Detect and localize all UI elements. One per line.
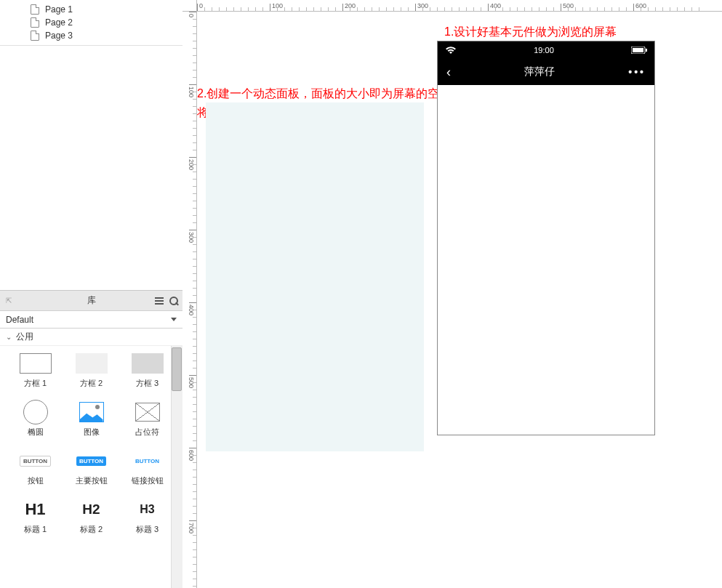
h2-icon: H2	[82, 502, 100, 517]
widget-label: 标题 3	[136, 524, 159, 535]
canvas: 0100200300400500600 01002003004005006007…	[182, 0, 722, 588]
page-icon	[31, 17, 39, 28]
design-area[interactable]: 1.设计好基本元件做为浏览的屏幕 2.创建一个动态面板，面板的大小即为屏幕的空白…	[197, 12, 722, 588]
ruler-horizontal: 0100200300400500600	[197, 0, 722, 12]
svg-rect-1	[633, 48, 643, 52]
widget-label: 主要按钮	[76, 475, 108, 486]
scrollbar-thumb[interactable]	[172, 347, 182, 391]
page-icon	[31, 31, 39, 41]
box-icon	[76, 353, 108, 374]
library-body: 方框 1 方框 2 方框 3 椭圆	[0, 346, 182, 588]
phone-titlebar: ‹ 萍萍仔 •••	[438, 59, 654, 85]
h3-icon: H3	[140, 503, 154, 516]
more-icon[interactable]: •••	[628, 66, 646, 78]
widget-button[interactable]: BUTTON 按钮	[7, 451, 63, 486]
annotation-1: 1.设计好基本元件做为浏览的屏幕	[444, 23, 617, 41]
library-title: 库	[87, 294, 96, 307]
placeholder-icon	[135, 403, 160, 422]
library-select[interactable]: Default	[0, 311, 182, 329]
left-column: Page 1 Page 2 Page 3 ⇱ 库 Defa	[0, 0, 182, 588]
widget-label: 方框 1	[24, 378, 47, 389]
widget-label: 标题 2	[80, 524, 103, 535]
phone-time: 19:00	[534, 46, 554, 55]
widget-ellipse[interactable]: 椭圆	[7, 402, 63, 438]
widget-button-primary[interactable]: BUTTON 主要按钮	[63, 451, 119, 486]
widget-box-1[interactable]: 方框 1	[7, 353, 63, 389]
pages-panel: Page 1 Page 2 Page 3	[0, 0, 182, 46]
library-panel: ⇱ 库 Default ⌄ 公用 方框 1	[0, 290, 182, 588]
library-group-label: 公用	[16, 331, 33, 343]
library-group-header[interactable]: ⌄ 公用	[0, 329, 182, 346]
wifi-icon	[445, 46, 457, 55]
dynamic-panel-shape[interactable]	[206, 102, 424, 451]
widget-label: 标题 1	[24, 524, 47, 535]
ruler-vertical: 0100200300400500600700	[182, 12, 197, 588]
page-label: Page 1	[45, 4, 73, 15]
widget-label: 链接按钮	[132, 475, 164, 486]
image-icon	[79, 402, 104, 422]
phone-frame[interactable]: 19:00 ‹ 萍萍仔 •••	[437, 41, 655, 435]
widget-label: 方框 2	[80, 378, 103, 389]
page-item[interactable]: Page 2	[0, 16, 182, 29]
widget-label: 方框 3	[136, 378, 159, 389]
search-icon[interactable]	[169, 297, 178, 305]
widget-label: 图像	[84, 427, 100, 438]
left-spacer	[0, 46, 182, 290]
widget-h3[interactable]: H3 标题 3	[119, 499, 175, 535]
page-label: Page 3	[45, 31, 73, 41]
page-icon	[31, 4, 39, 15]
chevron-down-icon	[171, 318, 177, 321]
library-tools	[155, 297, 178, 305]
button-icon: BUTTON	[20, 456, 51, 467]
widget-label: 椭圆	[28, 427, 44, 438]
chevron-down-icon: ⌄	[6, 333, 12, 341]
widget-button-link[interactable]: BUTTON 链接按钮	[119, 451, 175, 486]
widget-image[interactable]: 图像	[63, 402, 119, 438]
library-header: ⇱ 库	[0, 291, 182, 311]
phone-title: 萍萍仔	[524, 65, 555, 78]
svg-rect-2	[646, 49, 647, 52]
ellipse-icon	[23, 400, 48, 424]
pin-icon[interactable]: ⇱	[6, 297, 12, 305]
widget-h2[interactable]: H2 标题 2	[63, 499, 119, 535]
app-root: Page 1 Page 2 Page 3 ⇱ 库 Defa	[0, 0, 722, 588]
back-icon[interactable]: ‹	[446, 65, 451, 78]
widget-h1[interactable]: H1 标题 1	[7, 499, 63, 535]
ruler-corner	[182, 0, 197, 12]
box-icon	[132, 353, 164, 374]
button-link-icon: BUTTON	[135, 458, 159, 464]
page-item[interactable]: Page 1	[0, 3, 182, 16]
widget-label: 按钮	[28, 475, 44, 486]
phone-statusbar: 19:00	[438, 41, 654, 59]
widget-box-3[interactable]: 方框 3	[119, 353, 175, 389]
library-scrollbar[interactable]	[171, 346, 182, 588]
widget-placeholder[interactable]: 占位符	[119, 402, 175, 438]
widget-label: 占位符	[135, 427, 159, 438]
battery-icon	[631, 47, 647, 54]
widget-box-2[interactable]: 方框 2	[63, 353, 119, 389]
box-icon	[20, 353, 52, 374]
button-primary-icon: BUTTON	[76, 456, 106, 466]
page-item[interactable]: Page 3	[0, 29, 182, 42]
menu-icon[interactable]	[155, 297, 164, 305]
h1-icon: H1	[25, 500, 45, 519]
library-select-value: Default	[6, 315, 33, 325]
page-label: Page 2	[45, 17, 73, 28]
library-grid: 方框 1 方框 2 方框 3 椭圆	[0, 346, 182, 535]
